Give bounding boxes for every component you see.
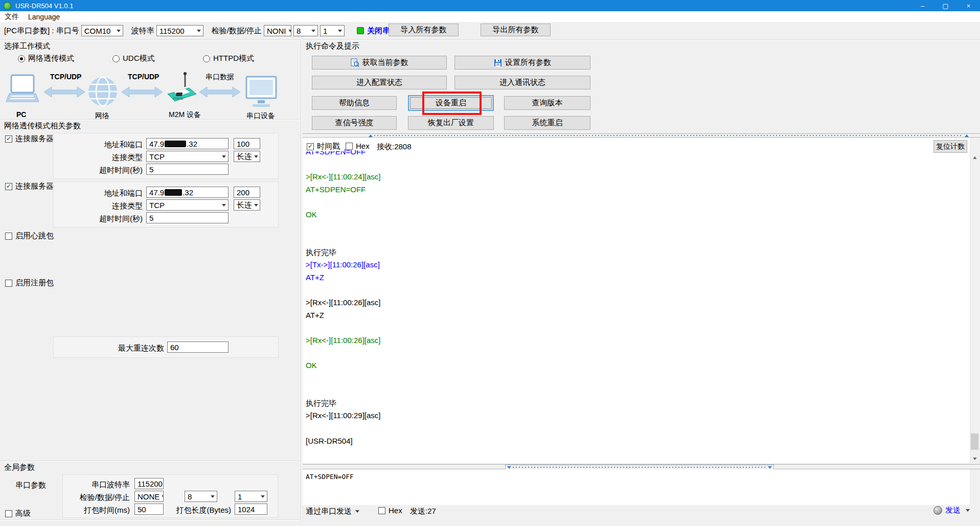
maximize-button[interactable]: ▢ [934,0,957,11]
sent-counter: 发送:27 [410,507,436,516]
menu-language[interactable]: Language [24,11,64,22]
radio-mode-httpd[interactable]: HTTPD模式 [203,54,254,63]
chevron-down-icon [254,155,258,158]
menu-file[interactable]: 文件 [0,11,24,22]
get-params-button[interactable]: 获取当前参数 [312,56,447,70]
checkbox-icon [5,135,12,143]
scroll-up-button[interactable] [970,153,979,162]
stopbits-select[interactable]: 1 [320,25,345,36]
window-title: USR-DR504 V1.0.1 [15,2,73,10]
send-hex-checkbox[interactable]: Hex [378,506,402,515]
advanced-checkbox[interactable]: 高级 [5,509,31,518]
checkbox-icon [346,143,353,150]
scrollbar-thumb[interactable] [971,433,978,450]
splitter-arrow-icon [965,134,969,137]
close-button[interactable]: × [957,0,980,11]
log-vertical-scrollbar[interactable] [970,153,978,463]
packlen-input[interactable]: 1024 [235,504,267,515]
server-a-timeout-input[interactable]: 5 [146,164,229,175]
export-all-params-button[interactable]: 导出所有参数 [481,24,551,36]
redaction-mark [165,189,182,196]
log-line [306,322,970,334]
doc-magnifier-icon [351,58,359,67]
server-a-checkbox[interactable]: 连接服务器A [5,134,59,144]
databits-select[interactable]: 8 [293,25,318,36]
log-line: 执行完毕 [306,246,970,259]
parity-select[interactable]: NONI [264,25,291,36]
log-line: [USR-DR504] [306,435,970,448]
server-a-port-input[interactable]: 100 [234,138,260,149]
global-parity-select[interactable]: NONE [134,491,164,502]
server-b-checkbox[interactable]: 连接服务器B [5,181,59,191]
server-b-connmode-select[interactable]: 长连 [234,199,260,211]
pc-serial-label: [PC串口参数] : 串口号 [4,26,79,36]
chevron-down-icon [222,204,226,207]
checkbox-icon [5,280,12,287]
query-version-button[interactable]: 查询版本 [504,96,590,110]
server-a-connmode-select[interactable]: 长连 [234,151,260,162]
factory-reset-button[interactable]: 恢复出厂设置 [408,116,494,130]
server-b-address-input[interactable]: 47.9.32 [146,187,229,198]
log-line [306,372,970,385]
server-b-timeout-input[interactable]: 5 [146,212,229,223]
help-info-button[interactable]: 帮助信息 [312,96,397,110]
system-reboot-button[interactable]: 系统重启 [504,116,590,130]
menu-bar: 文件 Language [0,11,980,22]
arrow-up-icon [973,156,977,159]
m2m-device-icon [166,72,197,108]
baud-select[interactable]: 115200 [156,25,203,36]
serial-open-indicator-icon [357,27,364,34]
node-m2m-label: M2M 设备 [169,110,201,120]
reconnect-input[interactable]: 60 [167,341,229,353]
serial-group-label: 串口参数 [15,481,46,490]
device-reboot-button[interactable]: 设备重启 [408,95,494,111]
log-line [306,384,970,397]
floppy-disk-icon [494,59,502,67]
server-b-port-input[interactable]: 200 [234,187,260,198]
enter-comm-button[interactable]: 进入通讯状态 [454,76,590,89]
server-b-type-select[interactable]: TCP [146,199,229,211]
chevron-down-icon [261,495,265,498]
minimize-button[interactable]: – [911,0,934,11]
log-hex-checkbox[interactable]: Hex [346,142,373,150]
log-line: >[Tx->][11:00:26][asc] [306,259,970,271]
log-line: >[Rx<-][11:00:24][asc] [306,171,970,184]
radio-mode-udc[interactable]: UDC模式 [112,54,155,63]
redaction-mark [165,141,186,147]
chevron-down-icon [311,30,315,32]
chevron-down-icon [117,30,121,32]
timestamp-checkbox[interactable]: 时间戳 [307,142,343,151]
import-all-params-button[interactable]: 导入所有参数 [389,24,459,36]
commands-header: 执行命令及提示 [306,41,359,51]
server-a-address-input[interactable]: 47.9.32 [146,138,229,149]
scroll-down-button[interactable] [970,454,979,463]
log-splitter-top[interactable] [303,133,980,138]
server-a-type-select[interactable]: TCP [146,151,229,162]
send-via-dropdown[interactable]: 通过串口发送 [306,507,359,516]
splitter-arrow-icon [507,466,511,469]
com-port-select[interactable]: COM10 [81,25,123,36]
global-databits-select[interactable]: 8 [185,491,217,502]
global-parity-label: 检验/数据/停止 [80,493,130,502]
conn-type-label: 连接类型 [112,201,143,211]
enter-config-button[interactable]: 进入配置状态 [312,76,447,89]
log-output-area[interactable]: AT+SDPEN=OFF >[Rx<-][11:00:24][asc] AT+S… [303,138,970,463]
global-baud-label: 串口波特率 [92,480,130,490]
signal-strength-button[interactable]: 查信号强度 [312,116,397,130]
arrow-icon [122,86,163,98]
node-pc-label: PC [16,110,26,119]
log-splitter-bottom[interactable] [303,464,980,469]
global-baud-select[interactable]: 115200 [134,478,164,489]
log-line: AT+Z [306,271,970,284]
send-text-area[interactable]: AT+SDPEN=OFF [303,469,970,505]
send-button[interactable]: 发送 [933,506,970,515]
reset-counter-button[interactable]: 复位计数 [933,140,967,153]
chevron-down-icon [966,509,970,512]
log-line [306,347,970,360]
regpack-checkbox[interactable]: 启用注册包 [5,278,54,288]
global-stopbits-select[interactable]: 1 [235,491,267,502]
set-params-button[interactable]: 设置所有参数 [454,56,590,70]
heartbeat-checkbox[interactable]: 启用心跳包 [5,231,54,241]
radio-mode-net[interactable]: 网络透传模式 [18,54,74,63]
packtime-input[interactable]: 50 [134,504,164,515]
